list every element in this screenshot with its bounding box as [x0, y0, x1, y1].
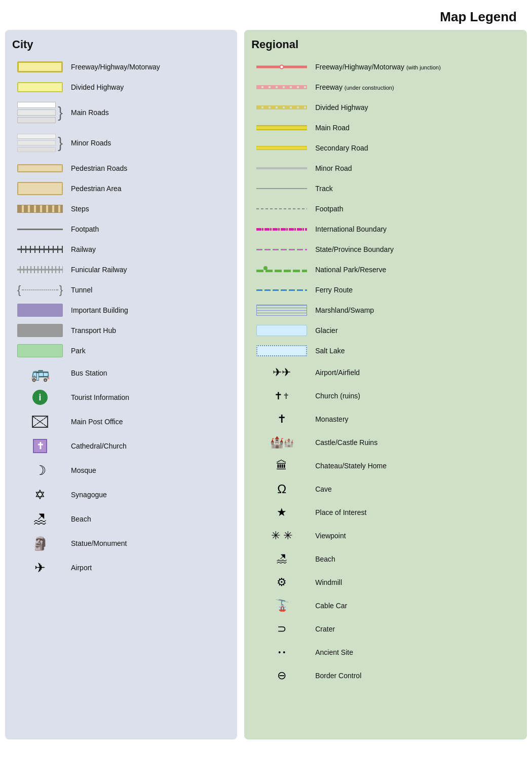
reg-cave-symbol: Ω	[251, 482, 312, 496]
list-item: 🚡 Cable Car	[251, 596, 520, 616]
reg-footpath-symbol	[251, 208, 312, 209]
reg-cablecar-label: Cable Car	[312, 602, 520, 610]
reg-national-park-symbol	[251, 265, 312, 274]
funicular-label: Funicular Railway	[68, 266, 230, 274]
reg-track-symbol	[251, 188, 312, 189]
post-office-symbol	[12, 416, 68, 428]
list-item: ⊃ Crater	[251, 619, 520, 639]
synagogue-symbol: ✡	[12, 487, 68, 503]
reg-divided-hwy-label: Divided Highway	[312, 103, 520, 112]
pedestrian-area-label: Pedestrian Area	[68, 184, 230, 193]
reg-ferry-symbol	[251, 289, 312, 291]
minor-roads-symbol: }	[12, 134, 68, 152]
reg-state-boundary-label: State/Province Boundary	[312, 245, 520, 253]
transport-hub-symbol	[12, 324, 68, 337]
reg-airport-symbol: ✈✈	[251, 366, 312, 379]
list-item: Glacier	[251, 322, 520, 339]
reg-marshland-symbol	[251, 305, 312, 316]
city-heading: City	[12, 38, 230, 51]
mosque-symbol: ☽	[12, 463, 68, 478]
tunnel-label: Tunnel	[68, 286, 230, 294]
airport-symbol: ✈	[12, 560, 68, 576]
list-item: 🏰 🏰 Castle/Castle Ruins	[251, 432, 520, 453]
list-item: Freeway/Highway/Motorway (with junction)	[251, 58, 520, 76]
reg-place-interest-symbol: ★	[251, 506, 312, 519]
list-item: 🗿 Statue/Monument	[12, 533, 230, 554]
reg-viewpoint-label: Viewpoint	[312, 532, 520, 540]
list-item: Footpath	[251, 200, 520, 217]
divided-hwy-symbol	[12, 82, 68, 92]
reg-cablecar-symbol: 🚡	[251, 599, 312, 612]
minor-roads-label: Minor Roads	[68, 139, 230, 147]
reg-ferry-label: Ferry Route	[312, 286, 520, 294]
regional-column: Regional Freeway/Highway/Motorway (with …	[244, 30, 527, 739]
park-symbol	[12, 344, 68, 357]
reg-divided-hwy-symbol	[251, 105, 312, 109]
list-item: Pedestrian Area	[12, 180, 230, 197]
list-item: Important Building	[12, 302, 230, 319]
reg-ancient-site-label: Ancient Site	[312, 648, 520, 656]
list-item: Pedestrian Roads	[12, 160, 230, 177]
list-item: Main Post Office	[12, 411, 230, 432]
list-item: National Park/Reserve	[251, 261, 520, 278]
footpath-symbol	[12, 229, 68, 230]
reg-place-interest-label: Place of Interest	[312, 508, 520, 516]
reg-main-road-symbol	[251, 125, 312, 130]
list-item: ✳ ✳ Viewpoint	[251, 526, 520, 546]
reg-national-park-label: National Park/Reserve	[312, 266, 520, 274]
list-item: Railway	[12, 241, 230, 258]
pedestrian-area-symbol	[12, 182, 68, 195]
freeway-label: Freeway/Highway/Motorway	[68, 63, 230, 71]
list-item: Marshland/Swamp	[251, 302, 520, 319]
regional-heading: Regional	[251, 38, 520, 51]
tunnel-symbol: { }	[12, 283, 68, 297]
list-item: Divided Highway	[12, 79, 230, 96]
list-item: Freeway (under construction)	[251, 79, 520, 96]
list-item: Main Road	[251, 119, 520, 136]
reg-main-road-label: Main Road	[312, 124, 520, 132]
reg-castle-label: Castle/Castle Ruins	[312, 438, 520, 447]
reg-monastery-label: Monastery	[312, 415, 520, 423]
beach-label: Beach	[68, 515, 230, 523]
post-office-label: Main Post Office	[68, 418, 230, 426]
reg-beach-symbol: 🏖	[251, 552, 312, 566]
list-item: State/Province Boundary	[251, 241, 520, 258]
list-item: ✈✈ Airport/Airfield	[251, 362, 520, 383]
reg-chateau-label: Chateau/Stately Home	[312, 462, 520, 470]
list-item: Ω Cave	[251, 479, 520, 499]
reg-secondary-road-symbol	[251, 146, 312, 150]
list-item: Steps	[12, 200, 230, 217]
reg-church-symbol: ✝ ✝	[251, 390, 312, 402]
tourist-info-label: Tourist Information	[68, 393, 230, 401]
reg-minor-road-label: Minor Road	[312, 164, 520, 172]
reg-glacier-label: Glacier	[312, 326, 520, 335]
list-item: ★ Place of Interest	[251, 502, 520, 523]
reg-border-control-symbol: ⊖	[251, 669, 312, 682]
reg-marshland-label: Marshland/Swamp	[312, 306, 520, 314]
list-item: • • Ancient Site	[251, 642, 520, 662]
list-item: i Tourist Information	[12, 387, 230, 408]
reg-monastery-symbol: ✝	[251, 413, 312, 426]
reg-salt-lake-symbol	[251, 345, 312, 356]
transport-hub-label: Transport Hub	[68, 326, 230, 335]
reg-crater-symbol: ⊃	[251, 622, 312, 636]
reg-footpath-label: Footpath	[312, 205, 520, 213]
footpath-label: Footpath	[68, 225, 230, 233]
list-item: ✝ Cathedral/Church	[12, 435, 230, 457]
list-item: Secondary Road	[251, 139, 520, 157]
list-item: ✝ Monastery	[251, 409, 520, 429]
list-item: 🏛 Chateau/Stately Home	[251, 456, 520, 476]
reg-freeway-label: Freeway/Highway/Motorway (with junction)	[312, 63, 520, 71]
reg-windmill-symbol: ⚙	[251, 576, 312, 589]
reg-beach-label: Beach	[312, 555, 520, 563]
statue-symbol: 🗿	[12, 536, 68, 551]
list-item: Park	[12, 342, 230, 359]
list-item: } Main Roads	[12, 99, 230, 126]
cathedral-label: Cathedral/Church	[68, 442, 230, 450]
steps-symbol	[12, 205, 68, 213]
steps-label: Steps	[68, 205, 230, 213]
tourist-info-symbol: i	[12, 390, 68, 405]
cathedral-symbol: ✝	[12, 439, 68, 453]
list-item: Minor Road	[251, 160, 520, 177]
reg-castle-symbol: 🏰 🏰	[251, 436, 312, 449]
